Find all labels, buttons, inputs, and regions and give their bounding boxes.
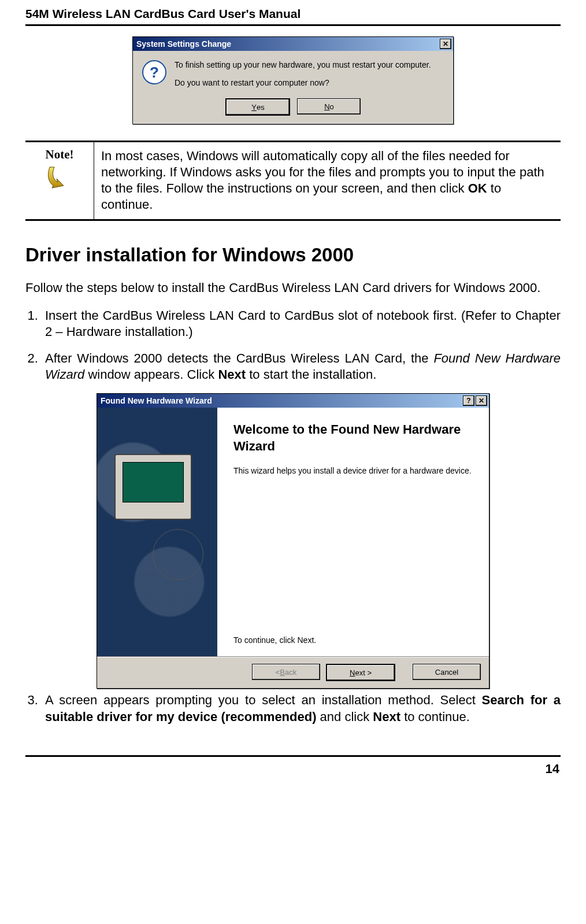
section-heading: Driver installation for Windows 2000 <box>25 244 561 266</box>
wizard-continue-hint: To continue, click Next. <box>233 635 316 645</box>
help-icon[interactable]: ? <box>463 396 474 406</box>
note-label: Note! <box>46 147 74 162</box>
step-2: After Windows 2000 detects the CardBus W… <box>42 350 561 383</box>
cancel-button[interactable]: Cancel <box>413 664 481 680</box>
footer-rule <box>25 755 561 757</box>
system-settings-dialog: System Settings Change ✕ ? To finish set… <box>132 36 454 124</box>
question-icon: ? <box>142 60 166 84</box>
dialog-line2: Do you want to restart your computer now… <box>175 77 431 89</box>
dialog-line1: To finish setting up your new hardware, … <box>175 59 431 71</box>
wizard-paragraph: This wizard helps you install a device d… <box>233 465 473 477</box>
next-button[interactable]: Next > <box>326 664 395 681</box>
no-button[interactable]: No <box>297 98 361 114</box>
note-box: Note! In most cases, Windows will automa… <box>25 141 561 221</box>
wizard-sidebar-art <box>97 408 217 656</box>
yes-button[interactable]: Yes <box>225 98 290 116</box>
dialog-title: System Settings Change <box>136 39 231 49</box>
running-head: 54M Wireless LAN CardBus Card User's Man… <box>25 7 561 26</box>
close-icon[interactable]: ✕ <box>476 396 487 406</box>
close-icon[interactable]: ✕ <box>440 39 451 49</box>
step-3: A screen appears prompting you to select… <box>42 692 561 725</box>
note-arrow-icon <box>46 165 73 189</box>
wizard-title: Found New Hardware Wizard <box>101 396 212 405</box>
back-button[interactable]: < Back <box>252 664 320 680</box>
page-number: 14 <box>25 762 561 777</box>
note-text: In most cases, Windows will automaticall… <box>94 142 561 219</box>
step-1: Insert the CardBus Wireless LAN Card to … <box>42 308 561 340</box>
wizard-heading: Welcome to the Found New Hardware Wizard <box>233 422 473 454</box>
intro-paragraph: Follow the steps below to install the Ca… <box>25 280 561 296</box>
found-new-hardware-dialog: Found New Hardware Wizard ? ✕ Welcome to… <box>97 393 489 689</box>
